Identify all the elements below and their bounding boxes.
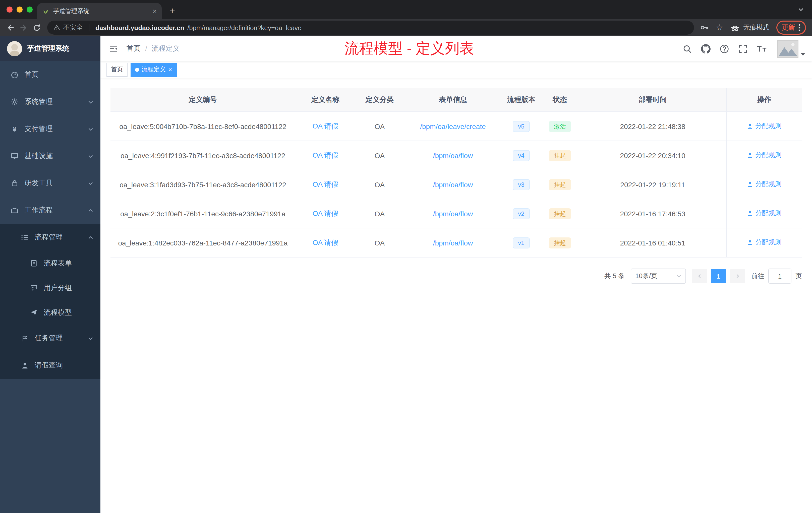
form-link[interactable]: /bpm/oa/flow bbox=[433, 151, 473, 159]
sidebar-toggle-icon[interactable] bbox=[108, 43, 119, 55]
browser-update-button[interactable]: 更新 bbox=[776, 21, 806, 35]
close-window-button[interactable] bbox=[6, 6, 12, 12]
flag-icon bbox=[20, 335, 29, 342]
definition-id: oa_leave:2:3c1f0ef1-76b1-11ec-9c66-a2380… bbox=[120, 210, 286, 218]
tab-search-chevron-icon[interactable] bbox=[798, 6, 804, 12]
definition-category: OA bbox=[375, 239, 385, 247]
sidebar-item-label: 用户分组 bbox=[44, 283, 72, 292]
definition-category: OA bbox=[375, 210, 385, 218]
user-menu[interactable] bbox=[777, 40, 805, 58]
sidebar-item-label: 基础设施 bbox=[25, 152, 53, 161]
version-badge: v1 bbox=[513, 237, 530, 248]
definition-name-link[interactable]: OA 请假 bbox=[313, 151, 339, 159]
form-link[interactable]: /bpm/oa/leave/create bbox=[420, 122, 486, 130]
sidebar-item-process-model[interactable]: 流程模型 bbox=[0, 300, 100, 325]
definition-name-link[interactable]: OA 请假 bbox=[313, 180, 339, 188]
definition-id: oa_leave:1:482ec033-762a-11ec-8477-a2380… bbox=[118, 239, 288, 247]
assign-rule-link[interactable]: 分配规则 bbox=[747, 151, 782, 160]
browser-tab-strip: 芋道管理系统 × + bbox=[0, 0, 812, 19]
forward-icon[interactable] bbox=[17, 21, 30, 34]
security-warning-icon bbox=[53, 24, 60, 31]
breadcrumb-home[interactable]: 首页 bbox=[126, 44, 141, 53]
version-badge: v5 bbox=[513, 121, 530, 132]
page-size-select[interactable]: 10条/页 bbox=[631, 269, 686, 283]
page-content: 定义编号 定义名称 定义分类 表单信息 流程版本 状态 部署时间 操作 oa_l bbox=[100, 78, 812, 513]
definition-name-link[interactable]: OA 请假 bbox=[313, 238, 339, 246]
app-title: 芋道管理系统 bbox=[27, 44, 69, 53]
github-icon[interactable] bbox=[701, 44, 710, 54]
column-header: 表单信息 bbox=[404, 88, 502, 112]
assign-rule-link[interactable]: 分配规则 bbox=[747, 209, 782, 218]
next-page-button[interactable] bbox=[730, 269, 745, 283]
document-icon bbox=[29, 260, 38, 267]
goto-page: 前往 页 bbox=[751, 269, 802, 283]
sidebar-item-home[interactable]: 首页 bbox=[0, 61, 100, 88]
new-tab-button[interactable]: + bbox=[166, 4, 179, 17]
page-number-current[interactable]: 1 bbox=[711, 269, 726, 283]
sidebar-item-process-management[interactable]: 流程管理 bbox=[0, 224, 100, 251]
form-link[interactable]: /bpm/oa/flow bbox=[433, 239, 473, 247]
app-frame: 芋道管理系统 首页 系统管理 ¥ bbox=[0, 36, 812, 513]
help-icon[interactable] bbox=[720, 44, 729, 54]
definition-name-link[interactable]: OA 请假 bbox=[313, 122, 339, 130]
reload-icon[interactable] bbox=[30, 21, 43, 34]
app-logo[interactable]: 芋道管理系统 bbox=[0, 36, 100, 61]
back-icon[interactable] bbox=[4, 21, 17, 34]
sidebar-item-workflow[interactable]: 工作流程 bbox=[0, 197, 100, 224]
sidebar-item-infrastructure[interactable]: 基础设施 bbox=[0, 143, 100, 170]
assign-rule-link[interactable]: 分配规则 bbox=[747, 180, 782, 189]
status-badge: 挂起 bbox=[549, 208, 571, 219]
assign-rule-link[interactable]: 分配规则 bbox=[747, 238, 782, 247]
page-size-value: 10条/页 bbox=[635, 272, 657, 280]
column-header: 状态 bbox=[540, 88, 580, 112]
sidebar-item-devtools[interactable]: 研发工具 bbox=[0, 170, 100, 197]
font-size-icon[interactable] bbox=[757, 44, 767, 53]
sidebar-item-user-group[interactable]: 用户分组 bbox=[0, 276, 100, 300]
browser-tab[interactable]: 芋道管理系统 × bbox=[37, 3, 162, 19]
sidebar-item-label: 首页 bbox=[25, 70, 39, 79]
goto-page-input[interactable] bbox=[768, 269, 791, 283]
address-bar[interactable]: 不安全 dashboard.yudao.iocoder.cn/bpm/manag… bbox=[47, 21, 694, 35]
status-badge: 挂起 bbox=[549, 150, 571, 161]
assign-rule-link[interactable]: 分配规则 bbox=[747, 122, 782, 131]
definition-category: OA bbox=[375, 151, 385, 159]
sidebar-item-system[interactable]: 系统管理 bbox=[0, 88, 100, 116]
search-icon[interactable] bbox=[683, 44, 692, 54]
column-header: 流程版本 bbox=[502, 88, 540, 112]
tag-close-icon[interactable]: × bbox=[168, 66, 172, 73]
tag-process-definition[interactable]: 流程定义 × bbox=[130, 62, 176, 77]
chat-group-icon bbox=[29, 284, 38, 292]
fullscreen-icon[interactable] bbox=[738, 44, 748, 54]
user-icon bbox=[747, 239, 754, 246]
sidebar-item-label: 流程模型 bbox=[44, 308, 72, 317]
header-actions bbox=[683, 40, 805, 58]
chevron-down-icon bbox=[88, 126, 93, 132]
main-area: 首页 / 流程定义 流程模型 - 定义列表 bbox=[100, 36, 812, 513]
workflow-submenu: 流程管理 流程表单 用户分组 bbox=[0, 224, 100, 379]
sidebar-item-leave-query[interactable]: 请假查询 bbox=[0, 352, 100, 379]
tag-home[interactable]: 首页 bbox=[107, 62, 127, 77]
status-badge: 挂起 bbox=[549, 179, 571, 190]
sidebar-item-payment[interactable]: ¥ 支付管理 bbox=[0, 116, 100, 143]
minimize-window-button[interactable] bbox=[17, 6, 23, 12]
bookmark-star-icon[interactable]: ☆ bbox=[716, 24, 723, 32]
url-domain: dashboard.yudao.iocoder.cn bbox=[95, 24, 184, 31]
definition-name-link[interactable]: OA 请假 bbox=[313, 209, 339, 217]
definition-category: OA bbox=[375, 180, 385, 188]
zoom-window-button[interactable] bbox=[27, 6, 33, 12]
favicon bbox=[42, 7, 49, 14]
form-link[interactable]: /bpm/oa/flow bbox=[433, 180, 473, 188]
gear-icon bbox=[10, 98, 19, 106]
form-link[interactable]: /bpm/oa/flow bbox=[433, 210, 473, 218]
sidebar-item-task-management[interactable]: 任务管理 bbox=[0, 325, 100, 352]
definition-id: oa_leave:3:1fad3d93-7b75-11ec-a3c8-acde4… bbox=[119, 180, 286, 188]
briefcase-icon bbox=[10, 206, 19, 214]
incognito-label: 无痕模式 bbox=[743, 23, 769, 32]
table-row: oa_leave:2:3c1f0ef1-76b1-11ec-9c66-a2380… bbox=[111, 199, 802, 228]
status-badge: 挂起 bbox=[549, 237, 571, 248]
tab-close-icon[interactable]: × bbox=[153, 7, 157, 14]
prev-page-button[interactable] bbox=[692, 269, 707, 283]
password-key-icon[interactable] bbox=[700, 23, 709, 32]
sidebar-item-label: 系统管理 bbox=[25, 97, 53, 107]
sidebar-item-process-form[interactable]: 流程表单 bbox=[0, 251, 100, 276]
